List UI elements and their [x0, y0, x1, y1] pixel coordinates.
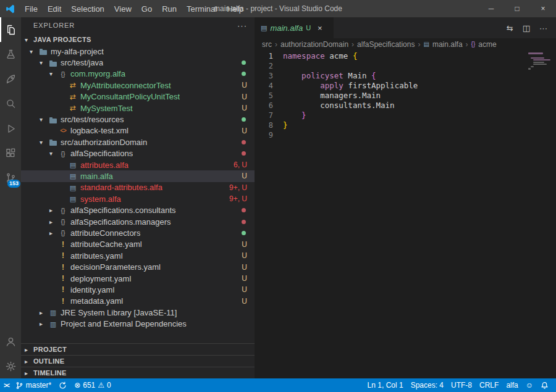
minimap[interactable]	[526, 52, 554, 70]
activity-source-control[interactable]: 153	[0, 165, 21, 190]
chevron-right-icon[interactable]: ▸	[49, 219, 58, 225]
chevron-right-icon[interactable]: ▸	[40, 309, 48, 316]
tree-item-my-alfa-project[interactable]: ▾ my-alfa-project	[21, 46, 255, 57]
tree-item-src-test-java[interactable]: ▾ src/test/java	[21, 57, 255, 68]
section-java-projects[interactable]: ▾ JAVA PROJECTS	[21, 33, 255, 46]
scm-count-badge: 153	[7, 180, 20, 188]
chevron-down-icon[interactable]: ▾	[40, 116, 48, 123]
section-timeline[interactable]: ▸ TIMELINE	[21, 367, 255, 378]
tree-item-label: MySystemTest	[80, 104, 133, 113]
more-actions-icon[interactable]: ···	[237, 21, 247, 30]
breadcrumb-main-alfa[interactable]: main.alfa	[432, 40, 463, 49]
tree-item-decisionparameters-yaml[interactable]: ! decisionParameters.yaml U	[21, 261, 255, 272]
breadcrumb-authorizationdomain[interactable]: authorizationDomain	[280, 40, 348, 49]
activity-search[interactable]	[0, 91, 21, 116]
more-actions-icon[interactable]: ···	[539, 23, 547, 33]
git-status-badge: U	[242, 240, 255, 249]
sync-button[interactable]	[55, 378, 70, 392]
tree-item-alfaspecifications-consultants[interactable]: ▸ {} alfaSpecifications.consultants	[21, 204, 255, 215]
tree-item-myattributeconnectortest[interactable]: ⇄ MyAttributeconnectorTest U	[21, 80, 255, 91]
tree-item-project-external-dependencies[interactable]: ▸ ▥ Project and External Dependencies	[21, 318, 255, 329]
indentation-setting[interactable]: Spaces: 4	[407, 378, 447, 392]
tree-item-label: JRE System Library [JavaSE-11]	[61, 308, 177, 317]
activity-spring-boot-dashboard[interactable]	[0, 67, 21, 91]
chevron-right-icon: ▸	[25, 370, 33, 377]
encoding-setting[interactable]: UTF-8	[447, 378, 476, 392]
close-button[interactable]: ×	[530, 0, 556, 17]
activity-explorer[interactable]	[0, 17, 21, 42]
menu-file[interactable]: File	[20, 2, 43, 15]
tree-item-jre-system-library[interactable]: ▸ ▥ JRE System Library [JavaSE-11]	[21, 307, 255, 318]
eol-setting[interactable]: CRLF	[476, 378, 502, 392]
tree-item-main-alfa[interactable]: ▤ main.alfa U	[21, 170, 255, 181]
tree-item-standard-attributes-alfa[interactable]: ▤ standard-attributes.alfa 9+, U	[21, 182, 255, 193]
breadcrumb-src[interactable]: src	[262, 40, 272, 49]
section-outline[interactable]: ▸ OUTLINE	[21, 355, 255, 367]
menu-go[interactable]: Go	[137, 2, 157, 15]
split-editor-icon[interactable]: ◫	[523, 23, 530, 33]
breadcrumb-acme[interactable]: acme	[478, 40, 496, 49]
status-bar: >< master* ⊗ 651 ⚠ 0 Ln 1, Col 1 Spaces:…	[0, 378, 556, 392]
tree-item-myconsultantpolicyunittest[interactable]: ⇄ MyConsultantPolicyUnitTest U	[21, 91, 255, 102]
language-mode[interactable]: alfa	[502, 378, 521, 392]
section-project[interactable]: ▸ PROJECT	[21, 343, 255, 355]
problems-item[interactable]: ⊗ 651 ⚠ 0	[70, 378, 115, 392]
tree-item-src-test-resources[interactable]: ▾ src/test/resources	[21, 114, 255, 125]
untracked-dot	[242, 60, 246, 65]
tree-item-deployment-yaml[interactable]: ! deployment.yaml U	[21, 273, 255, 284]
chevron-right-icon[interactable]: ▸	[49, 207, 58, 214]
feedback-button[interactable]: ☺	[522, 378, 537, 392]
chevron-down-icon[interactable]: ▾	[30, 48, 38, 55]
menu-edit[interactable]: Edit	[43, 2, 66, 15]
menu-selection[interactable]: Selection	[66, 2, 109, 15]
files-icon	[4, 23, 17, 36]
breadcrumb-alfaspecifications[interactable]: alfaSpecifications	[357, 40, 415, 49]
tree-item-com-myorg-alfa[interactable]: ▾ {} com.myorg.alfa	[21, 69, 255, 80]
tree-item-metadata-yaml[interactable]: ! metadata.yaml U	[21, 296, 255, 307]
close-tab-icon[interactable]: ×	[318, 23, 322, 33]
tree-item-identity-yaml[interactable]: ! identity.yaml U	[21, 284, 255, 295]
notifications-button[interactable]	[537, 378, 552, 392]
tree-item-logback-test-xml[interactable]: <> logback-test.xml U	[21, 125, 255, 136]
breadcrumb: src › authorizationDomain › alfaSpecific…	[255, 38, 556, 50]
tree-item-alfaspecifications-managers[interactable]: ▸ {} alfaSpecifications.managers	[21, 216, 255, 227]
chevron-right-icon[interactable]: ▸	[49, 230, 58, 236]
remote-indicator[interactable]: ><	[0, 378, 12, 392]
tree-item-alfaspecifications[interactable]: ▾ {} alfaSpecifications	[21, 148, 255, 159]
tree-item-mysystemtest[interactable]: ⇄ MySystemTest U	[21, 102, 255, 114]
tree-item-attributecache-yaml[interactable]: ! attributeCache.yaml U	[21, 239, 255, 250]
tree-item-label: src/authorizationDomain	[61, 138, 147, 147]
activity-extensions[interactable]	[0, 141, 21, 165]
breadcrumb-separator: ›	[275, 40, 277, 49]
open-changes-icon[interactable]: ⇆	[507, 23, 513, 33]
account-button[interactable]	[0, 329, 21, 354]
section-label: JAVA PROJECTS	[33, 36, 91, 43]
chevron-right-icon: ▸	[25, 346, 33, 353]
chevron-down-icon[interactable]: ▾	[49, 70, 58, 77]
chevron-down-icon[interactable]: ▾	[40, 59, 48, 66]
cursor-position[interactable]: Ln 1, Col 1	[364, 378, 407, 392]
tree-item-attributeconnectors[interactable]: ▸ {} attributeConnectors	[21, 227, 255, 238]
tree-item-attributes-yaml[interactable]: ! attributes.yaml U	[21, 250, 255, 261]
account-icon	[4, 335, 17, 348]
chevron-down-icon[interactable]: ▾	[40, 139, 48, 146]
tab-main-alfa[interactable]: ▤ main.alfa U ×	[255, 17, 334, 38]
tree-item-src-authorizationdomain[interactable]: ▾ src/authorizationDomain	[21, 136, 255, 148]
chevron-right-icon[interactable]: ▸	[40, 320, 48, 327]
chevron-down-icon[interactable]: ▾	[49, 150, 58, 157]
activity-testing[interactable]	[0, 42, 21, 67]
editor-group: ▤ main.alfa U × ⇆ ◫ ··· src › authorizat…	[255, 17, 556, 378]
menu-run[interactable]: Run	[157, 2, 182, 15]
settings-button[interactable]	[0, 354, 21, 378]
problems-git-badge: 9+, U	[229, 194, 255, 203]
git-branch-item[interactable]: master*	[12, 378, 55, 392]
minimize-button[interactable]: ─	[478, 0, 504, 17]
tree-item-attributes-alfa[interactable]: ▤ attributes.alfa 6, U	[21, 159, 255, 170]
code-editor[interactable]: 1 namespace acme { 2 3 policyset Main { …	[255, 50, 556, 378]
tree-item-system-alfa[interactable]: ▤ system.alfa 9+, U	[21, 193, 255, 204]
maximize-button[interactable]: □	[504, 0, 530, 17]
menu-view[interactable]: View	[109, 2, 137, 15]
test-class-icon: ⇄	[68, 80, 78, 90]
tree-item-label: standard-attributes.alfa	[80, 183, 162, 192]
activity-run-debug[interactable]	[0, 116, 21, 141]
